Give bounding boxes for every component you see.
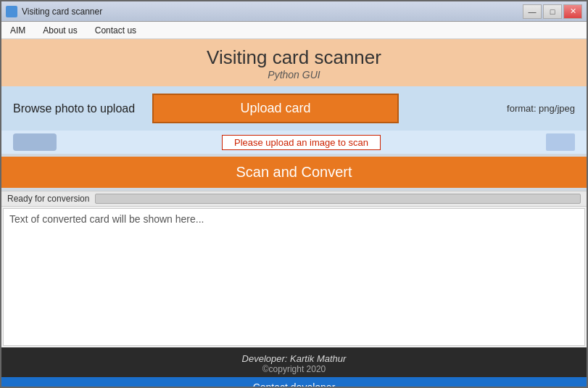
menu-bar: AIM About us Contact us (1, 22, 587, 39)
footer-developer: Developer: Kartik Mathur (1, 353, 587, 364)
title-bar-left: Visiting card scanner (6, 6, 102, 17)
footer-copyright: ©copyright 2020 (1, 364, 587, 374)
status-text: Ready for conversion (7, 194, 89, 204)
header: Visiting card scanner Python GUI (1, 39, 587, 86)
error-message: Please upload an image to scan (222, 135, 381, 150)
minimize-button[interactable]: — (523, 4, 542, 19)
menu-contact-us[interactable]: Contact us (92, 24, 139, 37)
image-area: Please upload an image to scan (1, 131, 587, 154)
app-icon (6, 6, 17, 17)
image-placeholder-left (13, 133, 57, 151)
error-message-box: Please upload an image to scan (62, 132, 540, 153)
app-title: Visiting card scanner (1, 46, 587, 69)
title-bar: Visiting card scanner — □ ✕ (1, 1, 587, 22)
menu-about-us[interactable]: About us (40, 24, 80, 37)
upload-section: Browse photo to upload Upload card forma… (1, 86, 587, 131)
scan-button-wrap: Scan and Convert (1, 154, 587, 191)
maximize-button[interactable]: □ (543, 4, 562, 19)
scan-convert-button[interactable]: Scan and Convert (1, 157, 587, 188)
title-bar-buttons: — □ ✕ (523, 4, 582, 19)
text-output-area[interactable]: Text of converted card will be shown her… (3, 208, 585, 346)
close-button[interactable]: ✕ (563, 4, 582, 19)
status-bar: Ready for conversion (1, 191, 587, 207)
format-label: format: png/jpeg (507, 103, 575, 114)
window-title: Visiting card scanner (22, 7, 102, 17)
contact-developer-button[interactable]: Contact developer (1, 377, 587, 388)
image-placeholder-right (546, 133, 575, 151)
upload-button[interactable]: Upload card (152, 94, 399, 123)
footer: Developer: Kartik Mathur ©copyright 2020… (1, 347, 587, 388)
menu-aim[interactable]: AIM (7, 24, 28, 37)
app-subtitle: Python GUI (1, 69, 587, 81)
status-progress-bar (95, 194, 581, 204)
browse-label: Browse photo to upload (13, 102, 144, 115)
output-placeholder: Text of converted card will be shown her… (9, 213, 204, 225)
